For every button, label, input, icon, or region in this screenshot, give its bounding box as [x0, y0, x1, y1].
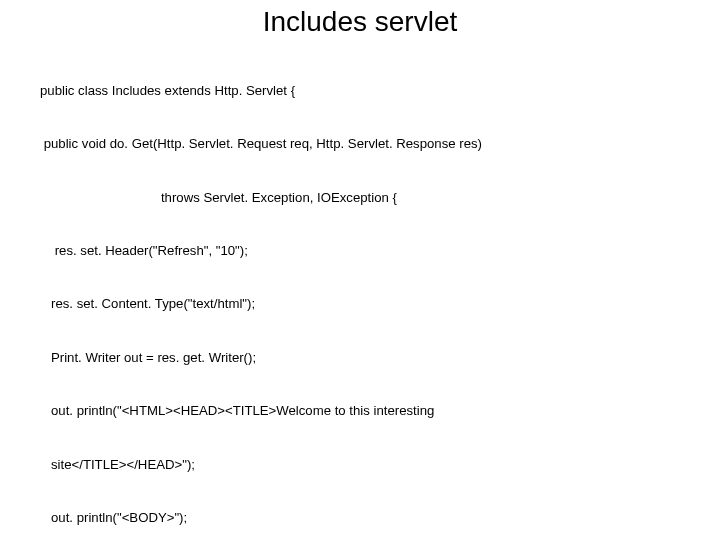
code-line: throws Servlet. Exception, IOException { [40, 189, 680, 207]
slide-title: Includes servlet [40, 6, 680, 38]
slide: Includes servlet public class Includes e… [0, 0, 720, 540]
code-block: public class Includes extends Http. Serv… [40, 46, 680, 540]
code-line: public void do. Get(Http. Servlet. Reque… [40, 135, 680, 153]
code-line: Print. Writer out = res. get. Writer(); [40, 349, 680, 367]
code-line: res. set. Header("Refresh", "10"); [40, 242, 680, 260]
code-line: site</TITLE></HEAD>"); [40, 456, 680, 474]
code-line: res. set. Content. Type("text/html"); [40, 295, 680, 313]
code-line: public class Includes extends Http. Serv… [40, 82, 680, 100]
code-line: out. println("<BODY>"); [40, 509, 680, 527]
code-line: out. println("<HTML><HEAD><TITLE>Welcome… [40, 402, 680, 420]
